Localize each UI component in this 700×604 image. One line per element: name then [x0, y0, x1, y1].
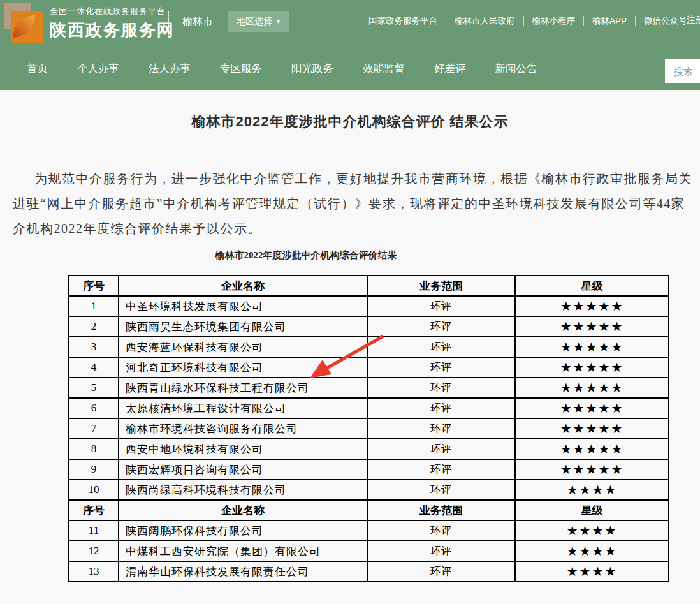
- announcement-paragraph: 为规范中介服务行为，进一步强化中介监管工作，更好地提升我市营商环境，根据《榆林市…: [13, 166, 700, 241]
- paragraph-line: 进驻“网上中介服务超市”中介机构考评管理规定（试行）》要求，现将评定的中圣环境科…: [13, 191, 700, 216]
- column-header: 业务范围: [367, 500, 515, 520]
- top-link[interactable]: 榆林小程序: [532, 15, 576, 27]
- main-nav: 首页个人办事法人办事专区服务阳光政务效能监督好差评新闻公告: [0, 48, 700, 90]
- cell-star-rating: ★★★★★: [515, 418, 669, 439]
- logo-leaf-icon: [13, 15, 35, 38]
- top-link[interactable]: 榆林APP: [592, 15, 627, 27]
- cell-serial-number: 3: [69, 337, 119, 357]
- cell-business-scope: 环评: [367, 357, 515, 378]
- cell-serial-number: 7: [69, 418, 119, 439]
- cell-business-scope: 环评: [367, 398, 515, 418]
- nav-item[interactable]: 法人办事: [149, 62, 191, 76]
- column-header: 星级: [515, 500, 669, 520]
- nav-item[interactable]: 首页: [27, 62, 48, 76]
- nav-row: 首页个人办事法人办事专区服务阳光政务效能监督好差评新闻公告: [0, 48, 700, 90]
- region-select-label: 地区选择: [237, 16, 272, 27]
- cell-serial-number: 11: [69, 520, 119, 541]
- table-row: 9陕西宏辉项目咨询有限公司环评★★★★★: [69, 459, 669, 480]
- cell-business-scope: 环评: [367, 296, 515, 316]
- top-link[interactable]: 榆林市人民政府: [455, 15, 515, 27]
- cell-serial-number: 8: [69, 439, 119, 459]
- platform-label: 全国一体化在线政务服务平台: [50, 6, 175, 17]
- table-row: 11陕西阔鹏环保科技有限公司环评★★★★: [69, 520, 669, 541]
- cell-star-rating: ★★★★★: [515, 439, 669, 459]
- column-header: 企业名称: [119, 500, 367, 520]
- results-table-body: 序号企业名称业务范围星级1中圣环境科技发展有限公司环评★★★★★2陕西雨昊生态环…: [69, 276, 669, 582]
- table-row: 10陕西尚绿高科环境科技有限公司环评★★★★: [69, 480, 669, 500]
- cell-star-rating: ★★★★: [515, 520, 669, 541]
- cell-star-rating: ★★★★★: [515, 337, 669, 357]
- column-header: 序号: [69, 500, 119, 520]
- cell-star-rating: ★★★★★: [515, 357, 669, 378]
- cell-serial-number: 5: [69, 378, 119, 398]
- cell-serial-number: 1: [69, 296, 119, 316]
- table-row: 8西安中地环境科技有限公司环评★★★★★: [69, 439, 669, 459]
- cell-business-scope: 环评: [367, 459, 515, 480]
- region-select-button[interactable]: 地区选择 ▾: [228, 11, 289, 32]
- cell-company-name: 中煤科工西安研究院（集团）有限公司: [119, 541, 367, 561]
- cell-serial-number: 13: [69, 561, 119, 582]
- cell-company-name: 太原核清环境工程设计有限公司: [119, 398, 367, 418]
- top-link-divider: [523, 16, 524, 26]
- nav-item[interactable]: 好差评: [434, 62, 466, 76]
- cell-business-scope: 环评: [367, 378, 515, 398]
- nav-item[interactable]: 新闻公告: [495, 62, 537, 76]
- cell-business-scope: 环评: [367, 561, 515, 582]
- logo-orange-square: [11, 11, 43, 43]
- top-link[interactable]: 微信公众号: [644, 15, 687, 27]
- paragraph-line: 为规范中介服务行为，进一步强化中介监管工作，更好地提升我市营商环境，根据《榆林市…: [13, 166, 700, 191]
- table-header-row: 序号企业名称业务范围星级: [69, 276, 669, 296]
- cell-business-scope: 环评: [367, 439, 515, 459]
- table-row: 3西安海蓝环保科技有限公司环评★★★★★: [69, 337, 669, 357]
- cell-company-name: 渭南华山环保科技发展有限责任公司: [119, 561, 367, 582]
- cell-star-rating: ★★★★★: [515, 378, 669, 398]
- cell-company-name: 河北奇正环境科技有限公司: [119, 357, 367, 378]
- table-row: 6太原核清环境工程设计有限公司环评★★★★★: [69, 398, 669, 418]
- logo-text-block: 全国一体化在线政务服务平台 陕西政务服务网: [50, 6, 175, 41]
- table-row: 7榆林市环境科技咨询服务有限公司环评★★★★★: [69, 418, 669, 439]
- top-link-divider: [583, 16, 584, 26]
- cell-star-rating: ★★★★★: [515, 398, 669, 418]
- paragraph-line: 介机构2022年度综合评价结果予以公示。: [13, 216, 700, 241]
- cell-company-name: 陕西宏辉项目咨询有限公司: [119, 459, 367, 480]
- nav-item[interactable]: 专区服务: [220, 62, 262, 76]
- header-divider: [168, 11, 169, 37]
- search-input[interactable]: [665, 59, 700, 83]
- column-header: 序号: [69, 276, 119, 296]
- table-row: 4河北奇正环境科技有限公司环评★★★★★: [69, 357, 669, 378]
- nav-item[interactable]: 阳光政务: [291, 62, 333, 76]
- cell-company-name: 陕西尚绿高科环境科技有限公司: [119, 480, 367, 500]
- cell-serial-number: 12: [69, 541, 119, 561]
- results-table: 序号企业名称业务范围星级1中圣环境科技发展有限公司环评★★★★★2陕西雨昊生态环…: [68, 275, 669, 582]
- cell-serial-number: 2: [69, 316, 119, 337]
- site-header: 全国一体化在线政务服务平台 陕西政务服务网 榆林市 地区选择 ▾ 国家政务服务平…: [0, 0, 700, 90]
- nav-item[interactable]: 效能监督: [363, 62, 405, 76]
- topbar: 全国一体化在线政务服务平台 陕西政务服务网 榆林市 地区选择 ▾ 国家政务服务平…: [0, 0, 700, 48]
- page-title: 榆林市2022年度涉批中介机构综合评价 结果公示: [0, 112, 700, 131]
- register-link[interactable]: 注册: [687, 15, 700, 26]
- cell-business-scope: 环评: [367, 520, 515, 541]
- cell-company-name: 陕西青山绿水环保科技工程有限公司: [119, 378, 367, 398]
- site-logo[interactable]: [4, 3, 45, 45]
- cell-serial-number: 9: [69, 459, 119, 480]
- table-row: 12中煤科工西安研究院（集团）有限公司环评★★★★: [69, 541, 669, 561]
- table-row: 5陕西青山绿水环保科技工程有限公司环评★★★★★: [69, 378, 669, 398]
- column-header: 业务范围: [367, 276, 515, 296]
- site-name: 陕西政务服务网: [50, 19, 175, 41]
- chevron-down-icon: ▾: [277, 18, 280, 25]
- cell-serial-number: 6: [69, 398, 119, 418]
- current-city-label: 榆林市: [182, 15, 213, 29]
- table-row: 13渭南华山环保科技发展有限责任公司环评★★★★: [69, 561, 669, 582]
- cell-company-name: 陕西阔鹏环保科技有限公司: [119, 520, 367, 541]
- cell-company-name: 中圣环境科技发展有限公司: [119, 296, 367, 316]
- table-caption: 榆林市2022年度涉批中介机构综合评价结果: [0, 249, 612, 261]
- cell-business-scope: 环评: [367, 541, 515, 561]
- nav-item[interactable]: 个人办事: [77, 62, 119, 76]
- cell-company-name: 西安海蓝环保科技有限公司: [119, 337, 367, 357]
- cell-business-scope: 环评: [367, 337, 515, 357]
- top-link[interactable]: 国家政务服务平台: [368, 15, 437, 27]
- cell-business-scope: 环评: [367, 418, 515, 439]
- cell-star-rating: ★★★★★: [515, 459, 669, 480]
- cell-star-rating: ★★★★★: [515, 316, 669, 337]
- cell-star-rating: ★★★★★: [515, 296, 669, 316]
